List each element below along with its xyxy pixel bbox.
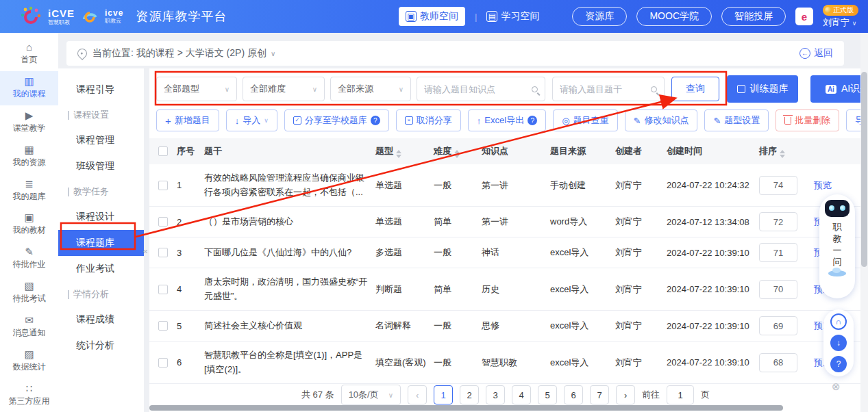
question-stem: 唐太宗时期，政治清明，国力强盛史称“开元盛世”。	[204, 275, 375, 304]
col-header-order[interactable]: 排序	[759, 145, 814, 158]
order-input[interactable]	[759, 212, 797, 231]
menu-section-teaching-tasks: 教学任务	[58, 179, 144, 204]
sidebar-item-my-textbooks[interactable]: ▣我的教材	[0, 207, 58, 242]
type-setting-button[interactable]: ✎题型设置	[704, 110, 769, 131]
table-row: 5 简述社会主义核心价值观 名词解释 一般 思修 excel导入 刘宵宁 202…	[149, 311, 862, 342]
row-checkbox[interactable]	[158, 285, 168, 294]
back-button[interactable]: ← 返回	[799, 47, 833, 60]
batch-delete-button[interactable]: 批量删除	[776, 110, 839, 131]
page-button-4[interactable]: 4	[512, 385, 531, 404]
menu-course-guide[interactable]: 课程引导	[58, 77, 144, 103]
preview-link[interactable]: 预览	[814, 179, 855, 192]
page-button-1[interactable]: 1	[434, 385, 453, 404]
page-button-7[interactable]: 7	[590, 385, 609, 404]
close-icon[interactable]: ⊗	[832, 381, 841, 393]
row-checkbox[interactable]	[158, 321, 168, 331]
download-icon[interactable]: ↓	[830, 335, 847, 351]
page-button-3[interactable]: 3	[486, 385, 505, 404]
col-header-created: 创建时间	[667, 145, 759, 157]
cancel-share-button[interactable]: ×取消分享	[396, 110, 461, 131]
page-size-select[interactable]: 10条/页∨	[341, 385, 401, 405]
next-page-button[interactable]: ›	[616, 385, 635, 404]
order-input[interactable]	[759, 176, 797, 195]
col-header-type[interactable]: 题型	[375, 145, 434, 158]
sidebar-item-my-resources[interactable]: ▦我的资源	[0, 139, 58, 173]
sidebar-item-home[interactable]: ⌂首页	[0, 37, 58, 71]
order-input[interactable]	[759, 316, 797, 335]
teacher-space-tab[interactable]: ▣ 教师空间	[399, 7, 465, 26]
prev-page-button[interactable]: ‹	[408, 385, 427, 404]
order-input[interactable]	[759, 243, 797, 262]
query-button[interactable]: 查询	[671, 77, 719, 101]
import-button[interactable]: ↓导入∨	[226, 110, 277, 131]
excel-export-button[interactable]: ↑Excel导出?	[468, 110, 546, 131]
row-checkbox[interactable]	[158, 358, 168, 368]
import-record-button[interactable]: 导入记录	[846, 110, 862, 131]
sidebar-item-classroom[interactable]: ▶课堂教学	[0, 105, 58, 140]
sidebar-item-pending-exams[interactable]: ▧待批考试	[0, 276, 58, 310]
menu-course-design[interactable]: 课程设计	[58, 204, 144, 230]
dup-check-button[interactable]: ◎题目查重	[553, 110, 617, 131]
vertical-scrollbar[interactable]	[861, 72, 867, 267]
menu-homework-exam[interactable]: 作业考试	[58, 256, 144, 282]
training-bank-button[interactable]: 训练题库	[727, 75, 798, 103]
source-select[interactable]: 全部来源∨	[330, 77, 411, 101]
row-checkbox[interactable]	[158, 181, 168, 190]
sidebar-item-pending-homework[interactable]: ✎待批作业	[0, 242, 58, 276]
page-button-5[interactable]: 5	[538, 385, 557, 404]
mooc-button[interactable]: MOOC学院	[636, 7, 712, 26]
menu-stat-analysis[interactable]: 统计分析	[58, 333, 144, 359]
icve-app-icon[interactable]: e	[795, 8, 813, 25]
table-row: 6 智慧职教平台的全称是[填空(1)]，APP是[填空(2)]。 填空题(客观)…	[149, 342, 862, 384]
menu-class-management[interactable]: 班级管理	[58, 153, 144, 179]
search-icon	[532, 86, 538, 92]
select-all-checkbox[interactable]	[158, 146, 168, 156]
stem-search-box	[552, 77, 665, 101]
customer-service-icon[interactable]: ∩	[830, 313, 847, 330]
knowledge-search-input[interactable]	[424, 84, 532, 94]
share-to-school-button[interactable]: ✓分享至学校题库?	[284, 110, 389, 131]
page-button-2[interactable]: 2	[460, 385, 479, 404]
question-type-select[interactable]: 全部题型∨	[156, 77, 237, 101]
resource-lib-button[interactable]: 资源库	[572, 7, 627, 26]
difficulty-select[interactable]: 全部难度∨	[243, 77, 325, 101]
assistant-widget[interactable]: 职 教 一 问	[819, 194, 855, 298]
question-stem: 下面哪几位是《八仙过海》中的八仙?	[204, 246, 375, 260]
edit-knowledge-button[interactable]: ✎修改知识点	[625, 110, 698, 131]
user-menu[interactable]: 刘宵宁 ∨	[823, 16, 856, 29]
menu-course-question-bank[interactable]: 课程题库	[58, 230, 144, 256]
question-stem: 简述社会主义核心价值观	[204, 319, 375, 333]
icve-cloud-logo-icon	[80, 7, 99, 26]
goto-page-input[interactable]	[667, 385, 694, 404]
knowledge-search-box	[417, 77, 545, 101]
sidebar-item-my-courses[interactable]: ▥我的课程	[0, 71, 58, 105]
collapse-sidebar-handle[interactable]: «	[140, 241, 151, 261]
ai-recognize-button[interactable]: Ai AI识别	[810, 75, 862, 103]
sidebar-item-third-party[interactable]: ∷第三方应用	[0, 378, 58, 412]
page-button-6[interactable]: 6	[564, 385, 583, 404]
sort-icon[interactable]	[780, 150, 785, 158]
horizontal-scrollbar[interactable]	[149, 405, 783, 411]
icve-cloud-logo-text: icve 职教云	[105, 9, 123, 24]
menu-course-grades[interactable]: 课程成绩	[58, 307, 144, 333]
sort-icon[interactable]	[396, 150, 401, 158]
sidebar-item-notifications[interactable]: ✉消息通知	[0, 310, 58, 344]
add-question-button[interactable]: +新增题目	[156, 110, 219, 131]
course-chevron-down-icon[interactable]: ∨	[271, 50, 275, 57]
help-icon[interactable]: ?	[830, 356, 847, 372]
stem-search-input[interactable]	[560, 84, 651, 94]
order-input[interactable]	[759, 353, 797, 372]
sidebar-item-data-stats[interactable]: ▨数据统计	[0, 344, 58, 378]
sort-icon[interactable]	[454, 150, 460, 158]
col-header-difficulty[interactable]: 难度	[434, 145, 482, 158]
table-row: 2 （）是市场营销的核心 单选题 简单 第一讲 word导入 刘宵宁 2024-…	[149, 207, 862, 237]
smart-cast-button[interactable]: 智能投屏	[721, 7, 786, 26]
row-checkbox[interactable]	[158, 217, 168, 227]
menu-course-management[interactable]: 课程管理	[58, 127, 144, 153]
order-input[interactable]	[759, 280, 797, 299]
video-icon: ▶	[25, 110, 34, 120]
sidebar-item-my-question-bank[interactable]: ≣我的题库	[0, 173, 58, 207]
table-toolbar: +新增题目 ↓导入∨ ✓分享至学校题库? ×取消分享 ↑Excel导出? ◎题目…	[149, 110, 862, 131]
student-space-tab[interactable]: ▤ 学习空间	[486, 10, 539, 23]
row-checkbox[interactable]	[158, 248, 168, 257]
